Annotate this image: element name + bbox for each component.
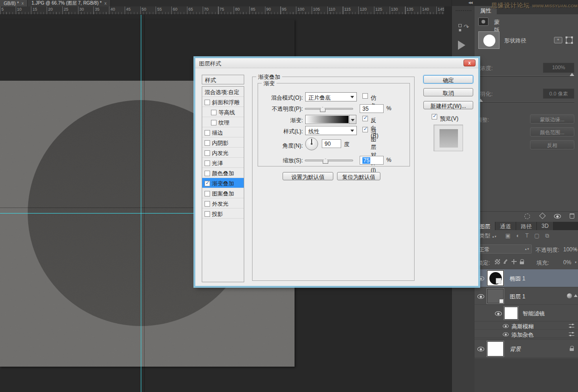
shape-path-thumbnail[interactable] [478,31,500,49]
delete-mask-icon[interactable] [570,214,574,219]
scale-value[interactable]: 75 [360,156,384,165]
ok-button[interactable]: 确定 [423,75,473,83]
spinner-icon[interactable]: ▲▼ [492,235,496,238]
filter-mask-thumbnail[interactable] [504,307,518,320]
new-style-button[interactable]: 新建样式(W)... [423,101,473,109]
filter-blending-options-icon[interactable] [569,332,574,337]
feather-value[interactable]: 0.0 像素 [543,89,574,99]
smart-filter-icon[interactable] [567,293,572,298]
tab-channels[interactable]: 通道 [495,222,516,230]
dialog-title[interactable]: 图层样式 [195,58,478,68]
style-item-outer-glow[interactable]: 外发光 [202,198,244,208]
density-slider[interactable] [478,76,574,77]
layer-thumbnail-background[interactable] [487,341,504,356]
style-item-gradient-overlay[interactable]: ✓渐变叠加 [202,178,244,188]
dropdown-icon[interactable]: ▼ [574,248,577,251]
filter-name[interactable]: 高斯模糊 [512,323,534,331]
gradient-preview[interactable] [305,115,349,124]
feather-slider-thumb[interactable] [478,99,483,102]
checkbox[interactable] [211,110,217,115]
invert-button[interactable]: 反相 [530,140,574,149]
document-tab-1[interactable]: GB/8) * x [0,0,28,6]
blend-mode-select[interactable]: 正片叠底 [305,92,357,101]
close-tab-icon[interactable]: x [22,1,24,6]
layer-name[interactable]: 背景 [510,345,521,353]
checkbox[interactable] [205,140,210,146]
checkbox[interactable]: ✓ [205,181,210,186]
close-dialog-button[interactable]: x [464,59,476,66]
density-slider-thumb[interactable] [570,73,574,76]
angle-value[interactable]: 90 [322,139,341,148]
checkbox[interactable] [205,201,210,207]
preview-checkbox[interactable]: ✓ [432,114,437,119]
dither-checkbox[interactable] [362,93,368,99]
visibility-eye-icon[interactable] [477,347,484,351]
style-item-color-overlay[interactable]: 颜色叠加 [202,168,244,178]
checkbox[interactable] [205,191,210,196]
guide-vertical[interactable] [141,15,141,392]
dropdown-icon[interactable]: ▼ [574,261,577,264]
density-value[interactable]: 100% [543,63,574,73]
layer-thumbnail-smartobject[interactable] [487,289,504,303]
mask-visibility-eye-icon[interactable] [554,214,561,219]
filter-adjustment-icon[interactable]: ◐ [516,232,519,239]
filter-blending-options-icon[interactable] [569,324,574,328]
style-item-stroke[interactable]: 描边 [202,127,244,137]
filter-name[interactable]: 添加杂色 [512,331,534,339]
filter-smartobject-icon[interactable]: ⧉ [545,232,549,239]
layer-name[interactable]: 椭圆 1 [510,275,525,283]
filter-row-add-noise[interactable]: 添加杂色 [475,330,578,338]
checkbox[interactable] [205,150,210,156]
cancel-button[interactable]: 取消 [423,88,473,96]
visibility-eye-icon[interactable] [503,324,509,328]
style-item-bevel-emboss[interactable]: 斜面和浮雕 [202,97,244,107]
style-item-blending-options[interactable]: 混合选项:自定 [202,87,244,97]
layer-name[interactable]: 图层 1 [510,293,525,301]
style-item-pattern-overlay[interactable]: 图案叠加 [202,188,244,198]
style-item-texture[interactable]: 纹理 [202,117,244,127]
filter-shape-icon[interactable]: ▢ [534,232,539,239]
filter-type-icon[interactable]: T [525,232,529,239]
style-select[interactable]: 线性 [305,126,357,135]
visibility-eye-icon[interactable] [495,311,502,316]
close-tab-icon[interactable]: x [104,1,107,6]
style-item-satin[interactable]: 光泽 [202,158,244,168]
add-mask-icon[interactable]: + [554,37,562,43]
actions-panel-icon[interactable] [458,41,469,52]
tab-3d[interactable]: 3D [537,222,554,230]
set-default-button[interactable]: 设置为默认值 [283,172,333,180]
filter-type-dropdown[interactable]: 类型 [479,232,490,239]
lock-icons[interactable] [495,259,524,266]
filter-pixel-icon[interactable]: ▣ [506,232,511,239]
blend-mode-select[interactable]: 正常 ▲▼ [476,244,532,254]
style-item-contour[interactable]: 等高线 [202,107,244,117]
style-item-inner-glow[interactable]: 内发光 [202,148,244,158]
layer-row-layer1[interactable]: 图层 1 [475,288,578,305]
checkbox[interactable] [205,171,210,176]
checkbox[interactable] [205,160,210,166]
collapse-smart-filters-icon[interactable] [574,294,578,297]
style-item-drop-shadow[interactable]: 投影 [202,208,244,219]
align-checkbox[interactable]: ✓ [362,127,368,132]
horizontal-ruler[interactable]: 5101520253035404550556065707580859095100… [0,6,444,15]
layer-row-background[interactable]: 背景 [475,339,578,358]
opacity-slider[interactable] [305,108,353,110]
gradient-dropdown-button[interactable] [349,115,356,124]
checkbox[interactable] [205,130,210,136]
apply-mask-icon[interactable] [539,213,546,219]
document-tab-2[interactable]: 1.JPG @ 66.7% (图层 7, RGB/8) * x [28,0,110,6]
angle-dial[interactable] [305,137,318,150]
path-frame-icon[interactable] [566,37,572,43]
fill-value[interactable]: 0% [563,259,571,266]
history-panel-icon[interactable]: ↷ [458,23,469,34]
layer-row-ellipse1[interactable]: 椭圆 1 [475,269,578,287]
style-item-inner-shadow[interactable]: 内阴影 [202,137,244,148]
load-selection-icon[interactable] [524,214,530,219]
visibility-eye-icon[interactable] [503,333,509,337]
layer-thumbnail-ellipse[interactable] [487,270,504,286]
checkbox[interactable] [205,100,210,105]
smart-filters-row[interactable]: 智能滤镜 [475,305,578,321]
reverse-checkbox[interactable]: ✓ [362,116,368,121]
collapse-panels-icon[interactable]: ◀◀ [452,0,475,6]
visibility-eye-icon[interactable] [477,294,484,299]
